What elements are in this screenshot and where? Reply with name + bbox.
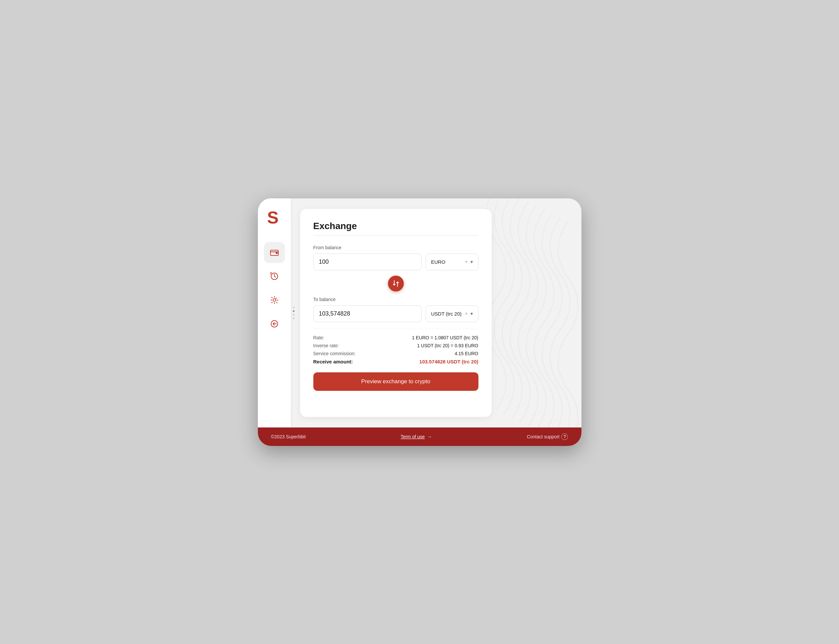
nav-items (258, 242, 291, 334)
preview-exchange-button[interactable]: Preview exchange to crypto (313, 372, 479, 391)
logout-icon (270, 319, 279, 329)
rates-section: Rate: 1 EURO = 1.0807 USDT (trc 20) Inve… (313, 329, 479, 356)
sidebar-item-wallet[interactable] (264, 242, 285, 263)
from-currency-select[interactable]: EURO × ▾ (426, 253, 479, 270)
to-currency-chevron[interactable]: ▾ (470, 311, 473, 316)
rate-value: 1 EURO = 1.0807 USDT (trc 20) (412, 335, 479, 340)
rate-row: Rate: 1 EURO = 1.0807 USDT (trc 20) (313, 335, 479, 340)
page-title: Exchange (313, 221, 479, 232)
history-icon (270, 272, 279, 281)
scroll-indicator (291, 306, 296, 320)
sidebar-item-logout[interactable] (264, 313, 285, 334)
wallet-icon (270, 248, 279, 257)
from-currency-chevron[interactable]: ▾ (470, 259, 473, 264)
footer-term-link[interactable]: Term of use (400, 434, 424, 439)
scroll-dot (293, 310, 294, 312)
receive-value: 103.574828 USDT (trc 20) (420, 359, 478, 365)
footer-support-label: Contact support (527, 434, 560, 439)
scroll-dot (293, 317, 294, 319)
swap-button-row (313, 276, 479, 291)
commission-label: Service commission: (313, 351, 355, 356)
from-currency-name: EURO (431, 259, 462, 265)
logo-icon: S (265, 208, 284, 227)
divider (313, 235, 479, 236)
to-balance-label: To balance (313, 297, 479, 302)
receive-amount-row: Receive amount: 103.574828 USDT (trc 20) (313, 359, 479, 365)
help-circle-icon: ? (561, 434, 568, 440)
sidebar: S (258, 199, 291, 427)
footer: ©2023 Superbbit Term of use → Contact su… (258, 427, 581, 446)
footer-arrow-icon: → (427, 434, 432, 439)
sidebar-item-history[interactable] (264, 266, 285, 287)
footer-copyright: ©2023 Superbbit (271, 434, 306, 439)
commission-row: Service commission: 4.15 EURO (313, 351, 479, 356)
settings-icon (270, 296, 279, 305)
to-currency-name: USDT (trc 20) (431, 311, 462, 317)
svg-text:S: S (267, 208, 279, 227)
content-area: Exchange From balance EURO × ▾ (291, 199, 581, 427)
logo-area: S (265, 208, 284, 229)
receive-label: Receive amount: (313, 359, 353, 365)
to-balance-row: USDT (trc 20) × ▾ (313, 306, 479, 322)
swap-button[interactable] (388, 276, 404, 291)
device-frame: S (258, 199, 581, 446)
footer-support[interactable]: Contact support ? (527, 434, 568, 440)
app-wrapper: S (258, 199, 581, 446)
commission-value: 4.15 EURO (455, 351, 479, 356)
sidebar-item-settings[interactable] (264, 289, 285, 310)
scroll-dot (293, 314, 294, 315)
to-currency-select[interactable]: USDT (trc 20) × ▾ (426, 306, 479, 322)
from-currency-clear[interactable]: × (465, 260, 467, 264)
main-layout: S (258, 199, 581, 427)
scroll-dot (293, 307, 294, 308)
footer-center: Term of use → (400, 434, 432, 439)
rate-label: Rate: (313, 335, 324, 340)
swap-icon (392, 279, 400, 288)
to-currency-clear[interactable]: × (465, 311, 467, 316)
inverse-rate-value: 1 USDT (trc 20) = 0.93 EURO (417, 343, 478, 348)
from-amount-input[interactable] (313, 253, 422, 270)
exchange-card: Exchange From balance EURO × ▾ (300, 209, 492, 417)
inverse-rate-label: Inverse rate: (313, 343, 339, 348)
to-amount-input[interactable] (313, 306, 422, 322)
svg-point-5 (273, 299, 276, 301)
inverse-rate-row: Inverse rate: 1 USDT (trc 20) = 0.93 EUR… (313, 343, 479, 348)
from-balance-row: EURO × ▾ (313, 253, 479, 270)
from-balance-label: From balance (313, 245, 479, 250)
